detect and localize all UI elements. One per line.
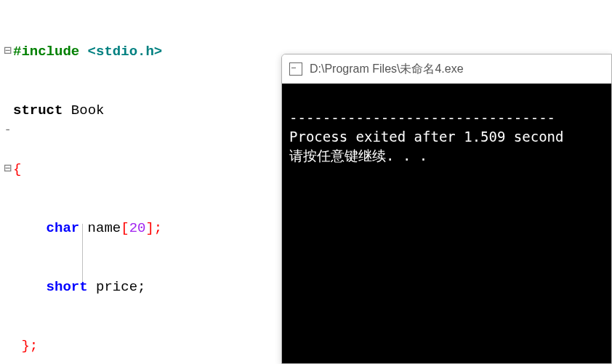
terminal-icon: [289, 62, 302, 76]
token-type: char: [47, 220, 80, 236]
token-bracket: ];: [145, 220, 162, 236]
token-bracket: [: [121, 220, 129, 236]
editor-gutter: ⊟ - ⊟: [0, 0, 12, 364]
token-preproc: #include: [13, 44, 79, 60]
fold-handle[interactable]: ⊟: [0, 44, 12, 57]
terminal-line: Process exited after 1.509 second: [289, 129, 564, 145]
token-keyword: struct: [13, 102, 63, 118]
token-type: short: [47, 279, 88, 295]
indent: [13, 220, 47, 236]
token-number: 20: [129, 220, 146, 236]
indent: [13, 279, 47, 295]
token-header: <stdio.h>: [79, 44, 162, 60]
token-ident: name: [79, 220, 121, 236]
terminal-body[interactable]: -------------------------------- Process…: [282, 84, 611, 363]
terminal-line: --------------------------------: [289, 110, 555, 126]
terminal-window[interactable]: D:\Program Files\未命名4.exe --------------…: [281, 54, 612, 364]
terminal-titlebar[interactable]: D:\Program Files\未命名4.exe: [282, 54, 611, 84]
terminal-line: 请按任意键继续. . .: [289, 147, 427, 163]
terminal-title: D:\Program Files\未命名4.exe: [310, 62, 464, 77]
fold-handle[interactable]: ⊟: [0, 161, 12, 174]
fold-handle[interactable]: -: [0, 122, 12, 135]
token-brace: {: [13, 161, 21, 177]
token-ident: Book: [63, 102, 104, 118]
token-brace: };: [21, 338, 38, 354]
token-ident: price;: [88, 279, 146, 295]
screenshot-root: ⊟ - ⊟ #include <stdio.h> struct Book { c…: [0, 0, 612, 364]
